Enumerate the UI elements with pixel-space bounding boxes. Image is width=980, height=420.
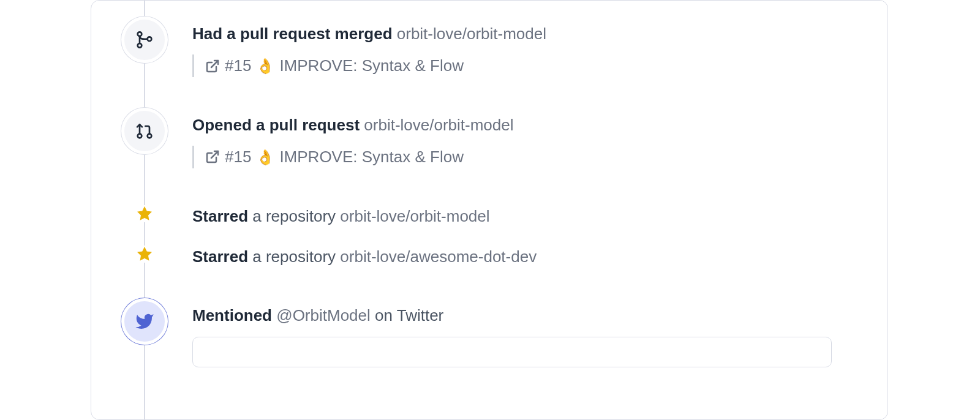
activity-title: Opened a pull request orbit-love/orbit-m… bbox=[192, 114, 888, 136]
star-icon bbox=[136, 205, 153, 222]
svg-marker-8 bbox=[138, 247, 151, 260]
activity-repo[interactable]: orbit-love/orbit-model bbox=[397, 24, 546, 43]
activity-title: Starred a repository orbit-love/awesome-… bbox=[192, 246, 888, 268]
activity-title: Starred a repository orbit-love/orbit-mo… bbox=[192, 205, 888, 227]
activity-suffix: on Twitter bbox=[375, 306, 443, 324]
activity-suffix: a repository bbox=[252, 247, 336, 266]
external-link-icon bbox=[205, 59, 220, 73]
svg-line-3 bbox=[211, 61, 218, 67]
twitter-icon bbox=[121, 298, 168, 345]
timeline-item-merged-pr: Had a pull request merged orbit-love/orb… bbox=[91, 23, 888, 77]
svg-line-6 bbox=[211, 151, 218, 158]
activity-card: Had a pull request merged orbit-love/orb… bbox=[91, 0, 888, 420]
activity-repo[interactable]: orbit-love/orbit-model bbox=[364, 116, 513, 134]
activity-timeline: Had a pull request merged orbit-love/orb… bbox=[91, 1, 888, 367]
timeline-item-opened-pr: Opened a pull request orbit-love/orbit-m… bbox=[91, 114, 888, 168]
activity-action: Had a pull request merged bbox=[192, 24, 393, 43]
activity-repo[interactable]: orbit-love/orbit-model bbox=[340, 207, 489, 225]
timeline-item-starred: Starred a repository orbit-love/awesome-… bbox=[91, 246, 888, 268]
activity-title: Had a pull request merged orbit-love/orb… bbox=[192, 23, 888, 45]
pr-title: IMPROVE: Syntax & Flow bbox=[279, 146, 464, 168]
tweet-embed[interactable] bbox=[192, 337, 832, 367]
pr-number: #15 bbox=[225, 146, 251, 168]
external-link-icon bbox=[205, 149, 220, 164]
activity-action: Opened a pull request bbox=[192, 116, 360, 134]
activity-suffix: a repository bbox=[252, 207, 336, 225]
svg-marker-7 bbox=[138, 207, 151, 220]
pr-title: IMPROVE: Syntax & Flow bbox=[279, 54, 464, 77]
timeline-item-twitter-mention: Mentioned @OrbitModel on Twitter bbox=[91, 304, 888, 367]
activity-action: Starred bbox=[192, 207, 248, 225]
activity-action: Starred bbox=[192, 247, 248, 266]
star-icon bbox=[136, 246, 153, 263]
pull-request-icon bbox=[121, 108, 168, 154]
timeline-item-starred: Starred a repository orbit-love/orbit-mo… bbox=[91, 205, 888, 227]
pr-number: #15 bbox=[225, 54, 251, 77]
ok-hand-emoji: 👌 bbox=[256, 56, 274, 77]
activity-action: Mentioned bbox=[192, 306, 272, 324]
activity-repo[interactable]: orbit-love/awesome-dot-dev bbox=[340, 247, 537, 266]
merge-icon bbox=[121, 17, 168, 63]
pr-detail-row[interactable]: #15 👌 IMPROVE: Syntax & Flow bbox=[192, 54, 888, 77]
pr-detail-row[interactable]: #15 👌 IMPROVE: Syntax & Flow bbox=[192, 146, 888, 168]
activity-title: Mentioned @OrbitModel on Twitter bbox=[192, 304, 888, 326]
ok-hand-emoji: 👌 bbox=[256, 147, 274, 168]
twitter-handle[interactable]: @OrbitModel bbox=[276, 306, 371, 324]
